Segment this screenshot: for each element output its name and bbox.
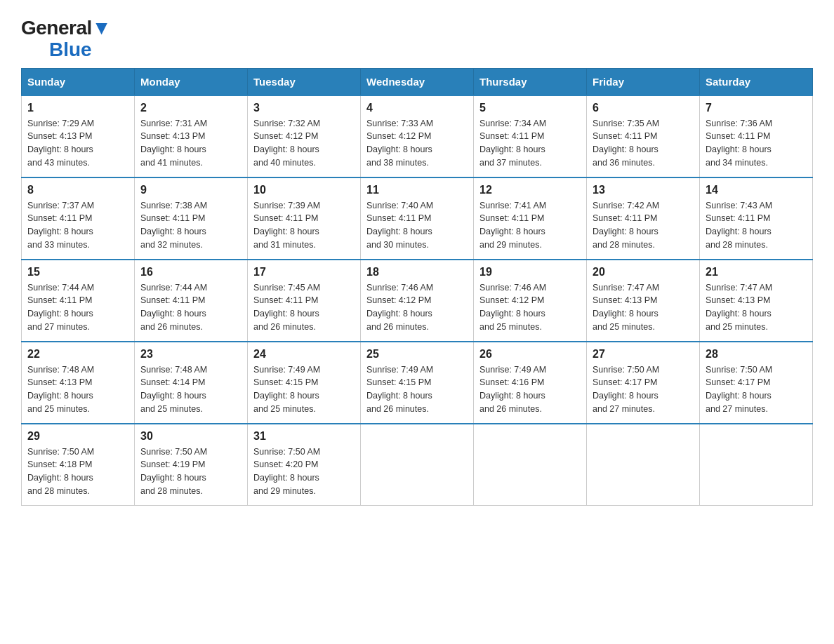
day-of-week-header: Tuesday bbox=[248, 68, 361, 95]
day-info: Sunrise: 7:50 AMSunset: 4:18 PMDaylight:… bbox=[27, 445, 128, 498]
calendar-cell: 22Sunrise: 7:48 AMSunset: 4:13 PMDayligh… bbox=[22, 342, 135, 424]
calendar-cell: 9Sunrise: 7:38 AMSunset: 4:11 PMDaylight… bbox=[135, 177, 248, 260]
calendar-cell: 6Sunrise: 7:35 AMSunset: 4:11 PMDaylight… bbox=[587, 95, 700, 177]
calendar-cell: 14Sunrise: 7:43 AMSunset: 4:11 PMDayligh… bbox=[700, 177, 813, 260]
calendar-cell: 23Sunrise: 7:48 AMSunset: 4:14 PMDayligh… bbox=[135, 342, 248, 424]
calendar-cell bbox=[587, 424, 700, 506]
day-info: Sunrise: 7:50 AMSunset: 4:17 PMDaylight:… bbox=[593, 363, 694, 416]
day-info: Sunrise: 7:33 AMSunset: 4:12 PMDaylight:… bbox=[366, 117, 468, 170]
day-number: 12 bbox=[479, 184, 581, 196]
calendar-cell: 27Sunrise: 7:50 AMSunset: 4:17 PMDayligh… bbox=[587, 342, 700, 424]
calendar-cell: 28Sunrise: 7:50 AMSunset: 4:17 PMDayligh… bbox=[700, 342, 813, 424]
calendar-week-row: 29Sunrise: 7:50 AMSunset: 4:18 PMDayligh… bbox=[22, 424, 813, 506]
day-info: Sunrise: 7:48 AMSunset: 4:13 PMDaylight:… bbox=[27, 363, 128, 416]
day-info: Sunrise: 7:38 AMSunset: 4:11 PMDaylight:… bbox=[140, 199, 241, 252]
day-info: Sunrise: 7:42 AMSunset: 4:11 PMDaylight:… bbox=[593, 199, 694, 252]
calendar-week-row: 1Sunrise: 7:29 AMSunset: 4:13 PMDaylight… bbox=[22, 95, 813, 177]
calendar-week-row: 22Sunrise: 7:48 AMSunset: 4:13 PMDayligh… bbox=[22, 342, 813, 424]
day-number: 10 bbox=[253, 184, 355, 196]
day-number: 26 bbox=[479, 348, 581, 361]
calendar-cell: 17Sunrise: 7:45 AMSunset: 4:11 PMDayligh… bbox=[248, 260, 361, 342]
day-info: Sunrise: 7:47 AMSunset: 4:13 PMDaylight:… bbox=[706, 281, 807, 334]
day-info: Sunrise: 7:50 AMSunset: 4:19 PMDaylight:… bbox=[140, 445, 241, 498]
logo-line1: General▼ bbox=[21, 18, 111, 39]
calendar-cell bbox=[700, 424, 813, 506]
day-info: Sunrise: 7:46 AMSunset: 4:12 PMDaylight:… bbox=[366, 281, 468, 334]
day-number: 29 bbox=[27, 430, 128, 443]
calendar-cell bbox=[474, 424, 587, 506]
day-info: Sunrise: 7:34 AMSunset: 4:11 PMDaylight:… bbox=[479, 117, 581, 170]
calendar-cell: 21Sunrise: 7:47 AMSunset: 4:13 PMDayligh… bbox=[700, 260, 813, 342]
day-number: 2 bbox=[140, 102, 241, 114]
day-info: Sunrise: 7:43 AMSunset: 4:11 PMDaylight:… bbox=[706, 199, 807, 252]
day-number: 20 bbox=[593, 266, 694, 279]
logo-triangle-icon: ▼ bbox=[92, 17, 111, 39]
calendar-cell: 26Sunrise: 7:49 AMSunset: 4:16 PMDayligh… bbox=[474, 342, 587, 424]
day-number: 23 bbox=[140, 348, 241, 361]
calendar-cell: 15Sunrise: 7:44 AMSunset: 4:11 PMDayligh… bbox=[22, 260, 135, 342]
day-number: 4 bbox=[366, 102, 468, 114]
calendar-week-row: 15Sunrise: 7:44 AMSunset: 4:11 PMDayligh… bbox=[22, 260, 813, 342]
day-number: 16 bbox=[140, 266, 241, 279]
day-of-week-header: Sunday bbox=[22, 68, 135, 95]
day-info: Sunrise: 7:36 AMSunset: 4:11 PMDaylight:… bbox=[706, 117, 807, 170]
day-number: 19 bbox=[479, 266, 581, 279]
day-info: Sunrise: 7:49 AMSunset: 4:15 PMDaylight:… bbox=[366, 363, 468, 416]
day-number: 3 bbox=[253, 102, 355, 114]
day-info: Sunrise: 7:50 AMSunset: 4:20 PMDaylight:… bbox=[253, 445, 355, 498]
day-number: 8 bbox=[27, 184, 128, 196]
day-of-week-header: Saturday bbox=[700, 68, 813, 95]
calendar-cell: 18Sunrise: 7:46 AMSunset: 4:12 PMDayligh… bbox=[361, 260, 474, 342]
day-number: 27 bbox=[593, 348, 694, 361]
calendar-cell: 5Sunrise: 7:34 AMSunset: 4:11 PMDaylight… bbox=[474, 95, 587, 177]
logo-general-text: General▼ bbox=[21, 17, 111, 39]
day-of-week-header: Friday bbox=[587, 68, 700, 95]
day-info: Sunrise: 7:49 AMSunset: 4:16 PMDaylight:… bbox=[479, 363, 581, 416]
day-number: 7 bbox=[706, 102, 807, 114]
calendar-table: SundayMondayTuesdayWednesdayThursdayFrid… bbox=[21, 68, 813, 506]
calendar-cell: 31Sunrise: 7:50 AMSunset: 4:20 PMDayligh… bbox=[248, 424, 361, 506]
day-of-week-header: Wednesday bbox=[361, 68, 474, 95]
calendar-cell: 12Sunrise: 7:41 AMSunset: 4:11 PMDayligh… bbox=[474, 177, 587, 260]
day-number: 17 bbox=[253, 266, 355, 279]
day-number: 22 bbox=[27, 348, 128, 361]
day-info: Sunrise: 7:32 AMSunset: 4:12 PMDaylight:… bbox=[253, 117, 355, 170]
day-info: Sunrise: 7:39 AMSunset: 4:11 PMDaylight:… bbox=[253, 199, 355, 252]
day-number: 13 bbox=[593, 184, 694, 196]
page-header: General▼ Blue bbox=[21, 14, 813, 61]
day-info: Sunrise: 7:47 AMSunset: 4:13 PMDaylight:… bbox=[593, 281, 694, 334]
calendar-cell: 13Sunrise: 7:42 AMSunset: 4:11 PMDayligh… bbox=[587, 177, 700, 260]
calendar-cell: 2Sunrise: 7:31 AMSunset: 4:13 PMDaylight… bbox=[135, 95, 248, 177]
day-info: Sunrise: 7:40 AMSunset: 4:11 PMDaylight:… bbox=[366, 199, 468, 252]
calendar-cell: 24Sunrise: 7:49 AMSunset: 4:15 PMDayligh… bbox=[248, 342, 361, 424]
calendar-cell bbox=[361, 424, 474, 506]
calendar-cell: 3Sunrise: 7:32 AMSunset: 4:12 PMDaylight… bbox=[248, 95, 361, 177]
day-info: Sunrise: 7:46 AMSunset: 4:12 PMDaylight:… bbox=[479, 281, 581, 334]
day-info: Sunrise: 7:41 AMSunset: 4:11 PMDaylight:… bbox=[479, 199, 581, 252]
calendar-cell: 8Sunrise: 7:37 AMSunset: 4:11 PMDaylight… bbox=[22, 177, 135, 260]
calendar-cell: 7Sunrise: 7:36 AMSunset: 4:11 PMDaylight… bbox=[700, 95, 813, 177]
calendar-header-row: SundayMondayTuesdayWednesdayThursdayFrid… bbox=[22, 68, 813, 95]
day-info: Sunrise: 7:35 AMSunset: 4:11 PMDaylight:… bbox=[593, 117, 694, 170]
calendar-cell: 29Sunrise: 7:50 AMSunset: 4:18 PMDayligh… bbox=[22, 424, 135, 506]
day-number: 14 bbox=[706, 184, 807, 196]
day-info: Sunrise: 7:45 AMSunset: 4:11 PMDaylight:… bbox=[253, 281, 355, 334]
day-info: Sunrise: 7:31 AMSunset: 4:13 PMDaylight:… bbox=[140, 117, 241, 170]
day-number: 31 bbox=[253, 430, 355, 443]
day-number: 9 bbox=[140, 184, 241, 196]
day-info: Sunrise: 7:48 AMSunset: 4:14 PMDaylight:… bbox=[140, 363, 241, 416]
day-info: Sunrise: 7:37 AMSunset: 4:11 PMDaylight:… bbox=[27, 199, 128, 252]
day-number: 1 bbox=[27, 102, 128, 114]
day-info: Sunrise: 7:49 AMSunset: 4:15 PMDaylight:… bbox=[253, 363, 355, 416]
calendar-cell: 25Sunrise: 7:49 AMSunset: 4:15 PMDayligh… bbox=[361, 342, 474, 424]
calendar-cell: 16Sunrise: 7:44 AMSunset: 4:11 PMDayligh… bbox=[135, 260, 248, 342]
day-of-week-header: Thursday bbox=[474, 68, 587, 95]
logo-blue-text: Blue bbox=[49, 39, 111, 61]
calendar-cell: 1Sunrise: 7:29 AMSunset: 4:13 PMDaylight… bbox=[22, 95, 135, 177]
day-number: 18 bbox=[366, 266, 468, 279]
day-number: 30 bbox=[140, 430, 241, 443]
day-info: Sunrise: 7:44 AMSunset: 4:11 PMDaylight:… bbox=[140, 281, 241, 334]
day-number: 5 bbox=[479, 102, 581, 114]
day-number: 24 bbox=[253, 348, 355, 361]
day-number: 25 bbox=[366, 348, 468, 361]
